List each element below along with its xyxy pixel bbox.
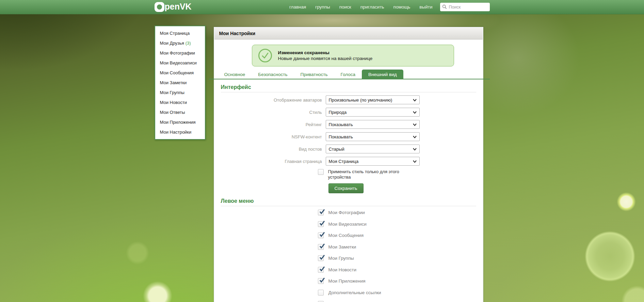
- post-view-select[interactable]: Старый: [326, 145, 420, 153]
- checkmark-icon: [319, 208, 325, 215]
- sidebar-item-my-page[interactable]: Моя Страница: [155, 28, 205, 38]
- sidebar-item-my-settings[interactable]: Мои Настройки: [155, 127, 205, 137]
- form-row: Стиль Природа: [221, 108, 476, 117]
- checkmark-icon: [319, 243, 325, 250]
- field-label: Отображение аватаров: [221, 97, 326, 103]
- checkmark-icon: [319, 266, 325, 272]
- chevron-down-icon: [413, 123, 417, 126]
- settings-tabs: Основное Безопасность Приватность Голоса…: [214, 70, 483, 79]
- tab-privacy[interactable]: Приватность: [294, 70, 334, 79]
- page-wrapper: Моя Страница Мои Друзья(3) Мои Фотографи…: [155, 26, 490, 302]
- form-row: Рейтинг Показывать: [221, 120, 476, 129]
- left-menu-item-partial[interactable]: [318, 298, 476, 302]
- sidebar: Моя Страница Мои Друзья(3) Мои Фотографи…: [155, 26, 206, 140]
- field-label: Рейтинг: [221, 122, 326, 127]
- rating-select[interactable]: Показывать: [326, 120, 420, 129]
- save-button[interactable]: Сохранить: [328, 183, 364, 193]
- openvk-logo[interactable]: penVK: [155, 2, 206, 12]
- checkbox-checked[interactable]: [318, 221, 324, 227]
- sidebar-item-my-messages[interactable]: Мои Сообщения: [155, 68, 205, 78]
- chevron-down-icon: [413, 160, 417, 163]
- main-page-select[interactable]: Моя Страница: [326, 157, 420, 166]
- alert-title: Изменения сохранены: [278, 50, 373, 55]
- top-navbar: penVK главная группы поиск пригласить по…: [0, 0, 644, 14]
- checkbox-checked[interactable]: [318, 244, 324, 250]
- chevron-down-icon: [413, 99, 417, 102]
- tab-general[interactable]: Основное: [218, 70, 252, 79]
- sidebar-item-my-replies[interactable]: Мои Ответы: [155, 107, 205, 117]
- openvk-logo-icon: [155, 2, 164, 12]
- sidebar-item-my-friends[interactable]: Мои Друзья(3): [155, 38, 205, 48]
- left-menu-item-news[interactable]: Мои Новости: [318, 264, 476, 276]
- checkbox-checked[interactable]: [318, 232, 324, 238]
- sidebar-item-my-notes[interactable]: Мои Заметки: [155, 78, 205, 88]
- alert-text: Новые данные появятся на вашей странице: [278, 56, 373, 61]
- nav-link-groups[interactable]: группы: [315, 4, 330, 10]
- navbar-links: главная группы поиск пригласить помощь в…: [289, 4, 433, 10]
- field-label: NSFW-контент: [221, 134, 326, 139]
- form-row: NSFW-контент Показывать: [221, 132, 476, 141]
- friends-count-badge: (3): [186, 41, 191, 46]
- settings-panel: Мои Настройки Изменения сохранены Новые …: [214, 27, 483, 302]
- tab-appearance[interactable]: Внешний вид: [362, 70, 403, 79]
- form-row: Отображение аватаров Произвольные (по ум…: [221, 95, 476, 104]
- apply-style-device-row[interactable]: Применить стиль только для этого устройс…: [318, 169, 407, 180]
- section-heading-interface: Интерфейс: [221, 84, 476, 92]
- nav-link-search[interactable]: поиск: [339, 4, 351, 10]
- check-circle-icon: [258, 48, 272, 63]
- page-title: Мои Настройки: [219, 31, 256, 36]
- page-title-bar: Мои Настройки: [214, 28, 483, 40]
- field-label: Стиль: [221, 110, 326, 115]
- left-menu-item-messages[interactable]: Мои Сообщения: [318, 230, 476, 241]
- left-menu-item-apps[interactable]: Мои Приложения: [318, 275, 476, 287]
- checkmark-icon: [319, 254, 325, 261]
- checkbox-checked[interactable]: [318, 210, 324, 215]
- left-menu-item-notes[interactable]: Мои Заметки: [318, 241, 476, 253]
- tab-votes[interactable]: Голоса: [334, 70, 362, 79]
- alert-body: Изменения сохранены Новые данные появятс…: [278, 50, 373, 61]
- form-row: Главная страница Моя Страница: [221, 157, 476, 166]
- checkbox-unchecked[interactable]: [318, 290, 324, 296]
- left-menu-item-groups[interactable]: Мои Группы: [318, 253, 476, 264]
- section-heading-left-menu: Левое меню: [221, 198, 476, 206]
- checkmark-icon: [319, 220, 325, 227]
- checkbox-checked[interactable]: [318, 255, 324, 261]
- sidebar-item-my-news[interactable]: Мои Новости: [155, 97, 205, 107]
- avatars-display-select[interactable]: Произвольные (по умолчанию): [326, 95, 420, 104]
- nav-link-logout[interactable]: выйти: [419, 4, 432, 10]
- form-row: Вид постов Старый: [221, 145, 476, 153]
- field-label: Главная страница: [221, 159, 326, 164]
- left-menu-item-photos[interactable]: Мои Фотографии: [318, 207, 476, 218]
- chevron-down-icon: [413, 148, 417, 151]
- search-input[interactable]: [440, 3, 490, 11]
- left-menu-item-videos[interactable]: Мои Видеозаписи: [318, 218, 476, 230]
- nav-link-invite[interactable]: пригласить: [360, 4, 384, 10]
- chevron-down-icon: [413, 136, 417, 138]
- left-menu-item-extra-links[interactable]: Дополнительные ссылки: [318, 287, 476, 299]
- interface-form: Отображение аватаров Произвольные (по ум…: [221, 95, 476, 193]
- tab-security[interactable]: Безопасность: [252, 70, 294, 79]
- sidebar-item-my-videos[interactable]: Мои Видеозаписи: [155, 58, 205, 68]
- left-menu-checklist: Мои Фотографии Мои Видеозаписи Мои Сообщ…: [221, 207, 476, 302]
- checkbox-checked[interactable]: [318, 278, 324, 284]
- tab-content: Интерфейс Отображение аватаров Произволь…: [214, 84, 483, 302]
- apply-style-device-checkbox[interactable]: [318, 169, 324, 175]
- field-label: Вид постов: [221, 147, 326, 152]
- search-icon: [442, 4, 447, 9]
- sidebar-item-my-groups[interactable]: Мои Группы: [155, 88, 205, 97]
- checkmark-icon: [319, 277, 325, 284]
- checkmark-icon: [319, 231, 325, 238]
- style-select[interactable]: Природа: [326, 108, 420, 117]
- navbar-inner: penVK главная группы поиск пригласить по…: [155, 0, 490, 14]
- nsfw-content-select[interactable]: Показывать: [326, 132, 420, 141]
- openvk-logo-text: penVK: [165, 2, 192, 12]
- apply-style-device-label: Применить стиль только для этого устройс…: [328, 169, 407, 180]
- navbar-search: [440, 3, 490, 11]
- nav-link-home[interactable]: главная: [289, 4, 306, 10]
- success-alert: Изменения сохранены Новые данные появятс…: [252, 45, 454, 66]
- chevron-down-icon: [413, 111, 417, 114]
- checkbox-checked[interactable]: [318, 267, 324, 273]
- sidebar-item-my-photos[interactable]: Мои Фотографии: [155, 48, 205, 58]
- nav-link-help[interactable]: помощь: [393, 4, 410, 10]
- sidebar-item-my-apps[interactable]: Мои Приложения: [155, 117, 205, 127]
